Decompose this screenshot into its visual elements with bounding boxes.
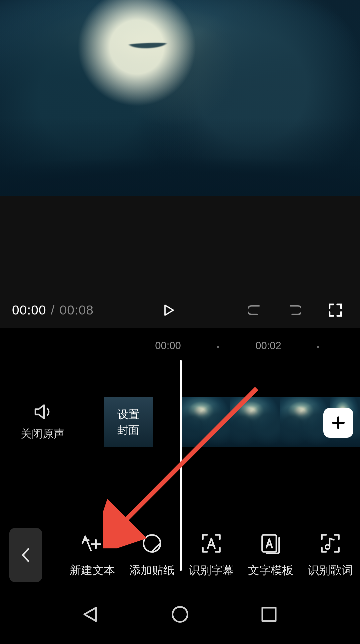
text-template-button[interactable]: 文字模板 <box>241 532 300 578</box>
new-text-button[interactable]: 新建文本 <box>63 532 122 578</box>
mute-label: 关闭原声 <box>21 426 65 441</box>
play-icon <box>162 304 175 317</box>
circle-home-icon <box>170 604 190 624</box>
tool-label: 添加贴纸 <box>129 563 175 578</box>
playback-bar: 00:00 / 00:08 <box>0 296 360 328</box>
clip-thumbnail[interactable] <box>230 397 280 447</box>
ruler-mark-0: 00:00 <box>155 340 181 352</box>
video-preview[interactable] <box>0 0 360 196</box>
scan-music-icon <box>319 532 342 555</box>
chevron-left-icon <box>20 547 31 563</box>
cover-label-line2: 封面 <box>117 423 139 437</box>
svg-marker-0 <box>165 305 173 315</box>
speaker-icon <box>33 403 52 420</box>
sticker-icon <box>141 532 163 555</box>
back-button[interactable] <box>9 528 42 582</box>
clip-thumbnail[interactable] <box>280 397 330 447</box>
ruler-mark-1: 00:02 <box>255 340 281 352</box>
system-recents-button[interactable] <box>259 604 279 626</box>
system-nav-bar <box>0 586 360 644</box>
timeline-panel[interactable]: 00:00 00:02 关闭原声 设置 封面 <box>0 328 360 558</box>
tool-label: 文字模板 <box>248 563 293 578</box>
svg-rect-3 <box>262 535 277 552</box>
redo-button[interactable] <box>281 298 307 323</box>
svg-marker-5 <box>84 608 96 621</box>
redo-icon <box>287 303 301 318</box>
plus-icon <box>330 415 346 431</box>
current-time: 00:00 <box>12 303 46 318</box>
tool-label: 识别字幕 <box>189 563 234 578</box>
play-button[interactable] <box>156 298 181 323</box>
playhead[interactable] <box>180 360 182 571</box>
system-home-button[interactable] <box>170 604 190 626</box>
square-recents-icon <box>259 604 279 624</box>
clip-thumbnail[interactable] <box>180 397 230 447</box>
fullscreen-icon <box>328 303 343 318</box>
cover-label-line1: 设置 <box>117 407 139 421</box>
time-ruler: 00:00 00:02 <box>0 340 360 354</box>
undo-icon <box>248 303 263 318</box>
undo-button[interactable] <box>243 298 268 323</box>
total-duration: 00:08 <box>59 303 94 318</box>
recognize-subtitle-button[interactable]: 识别字幕 <box>182 532 241 578</box>
recognize-lyrics-button[interactable]: 识别歌词 <box>301 532 360 578</box>
set-cover-button[interactable]: 设置 封面 <box>104 397 153 447</box>
template-a-icon <box>259 532 282 555</box>
timecode: 00:00 / 00:08 <box>12 303 94 318</box>
fullscreen-button[interactable] <box>323 298 348 323</box>
add-clip-button[interactable] <box>323 408 353 438</box>
time-separator: / <box>51 303 55 318</box>
mute-original-audio-button[interactable]: 关闭原声 <box>0 403 85 441</box>
scan-a-icon <box>200 532 223 555</box>
ruler-dot <box>317 346 319 348</box>
triangle-back-icon <box>81 604 101 624</box>
tool-label: 识别歌词 <box>308 563 353 578</box>
add-sticker-button[interactable]: 添加贴纸 <box>122 532 181 578</box>
preview-decor <box>119 42 177 51</box>
svg-point-6 <box>172 607 187 622</box>
ruler-dot <box>217 346 219 348</box>
text-plus-icon <box>81 532 104 555</box>
preview-padding <box>0 196 360 296</box>
system-back-button[interactable] <box>81 604 101 626</box>
tool-label: 新建文本 <box>70 563 115 578</box>
svg-rect-7 <box>262 608 276 621</box>
